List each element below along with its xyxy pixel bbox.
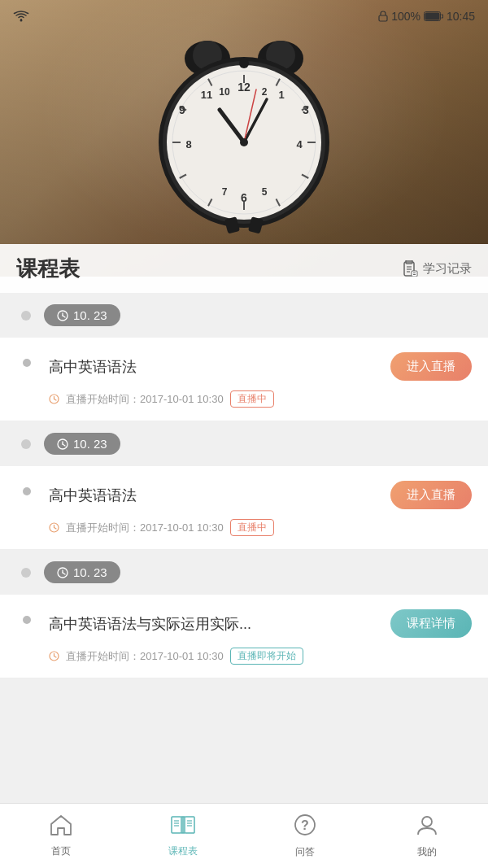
content-area: 10. 23 高中英语语法 进入直播 直播开始时间：2017-10-01 10:… [0, 293, 488, 803]
time-icon-1 [49, 394, 59, 404]
date-badge-1: 10. 23 [44, 304, 120, 326]
svg-rect-70 [185, 817, 194, 833]
svg-point-39 [240, 138, 248, 146]
svg-rect-69 [172, 817, 181, 833]
svg-line-68 [54, 656, 57, 658]
timeline: 10. 23 高中英语语法 进入直播 直播开始时间：2017-10-01 10:… [0, 293, 488, 678]
course-info-1: 直播开始时间：2017-10-01 10:30 直播中 [49, 390, 472, 408]
course-card-1: 高中英语语法 进入直播 直播开始时间：2017-10-01 10:30 直播中 [0, 338, 488, 421]
svg-text:12: 12 [237, 81, 251, 94]
svg-text:9: 9 [179, 103, 185, 116]
svg-text:1: 1 [278, 89, 284, 101]
clock-icon-3 [57, 567, 68, 578]
status-left [13, 11, 29, 22]
course-card-2: 高中英语语法 进入直播 直播开始时间：2017-10-01 10:30 直播中 [0, 466, 488, 550]
svg-text:11: 11 [201, 89, 212, 101]
book-icon [170, 814, 196, 841]
status-bar: 100% 10:45 [0, 0, 488, 33]
svg-line-65 [63, 573, 65, 574]
course-title-2: 高中英语语法 [49, 486, 137, 505]
record-icon [403, 260, 418, 277]
course-time-3: 直播开始时间：2017-10-01 10:30 [66, 649, 224, 664]
course-dot-3 [23, 616, 31, 624]
course-title-row-3: 高中英语语法与实际运用实际... 课程详情 [49, 609, 472, 638]
course-title-row-1: 高中英语语法 进入直播 [49, 352, 472, 381]
wifi-icon [13, 11, 29, 22]
live-status-2: 直播中 [230, 519, 274, 536]
status-right: 100% 10:45 [378, 10, 475, 23]
enter-live-button-2[interactable]: 进入直播 [390, 481, 472, 509]
svg-text:8: 8 [185, 138, 191, 150]
svg-line-53 [63, 316, 65, 317]
svg-text:2: 2 [262, 86, 268, 98]
clock-icon-2 [57, 438, 68, 450]
svg-rect-1 [379, 15, 387, 21]
course-title-3: 高中英语语法与实际运用实际... [49, 614, 251, 634]
course-title-row-2: 高中英语语法 进入直播 [49, 481, 472, 509]
course-time-1: 直播开始时间：2017-10-01 10:30 [66, 392, 224, 407]
time-icon-3 [49, 651, 59, 661]
hero-image: 12 3 6 9 1 4 11 8 10 2 5 7 [0, 0, 488, 277]
lock-icon [378, 11, 388, 22]
course-info-3: 直播开始时间：2017-10-01 10:30 直播即将开始 [49, 648, 472, 665]
svg-text:10: 10 [219, 86, 230, 98]
svg-text:4: 4 [296, 138, 303, 150]
date-badge-2: 10. 23 [44, 433, 120, 455]
course-card-3: 高中英语语法与实际运用实际... 课程详情 直播开始时间：2017-10-01 … [0, 595, 488, 678]
course-time-2: 直播开始时间：2017-10-01 10:30 [66, 521, 224, 535]
nav-course[interactable]: 课程表 [122, 804, 244, 868]
live-status-3: 直播即将开始 [230, 648, 303, 665]
date-text-3: 10. 23 [73, 565, 107, 579]
course-detail-button-3[interactable]: 课程详情 [390, 609, 472, 638]
date-row-2: 10. 23 [0, 421, 488, 466]
nav-course-label: 课程表 [168, 844, 198, 858]
nav-home[interactable]: 首页 [0, 804, 122, 868]
clock-icon-1 [57, 310, 68, 321]
svg-line-56 [54, 399, 57, 401]
nav-home-label: 首页 [51, 844, 71, 858]
svg-point-82 [422, 817, 432, 827]
time-icon-2 [49, 522, 59, 533]
page-title: 课程表 [16, 255, 80, 283]
course-title-1: 高中英语语法 [49, 357, 137, 377]
date-dot-1 [21, 311, 31, 321]
svg-text:5: 5 [262, 186, 268, 198]
study-record-button[interactable]: 学习记录 [403, 260, 472, 277]
person-icon [416, 813, 438, 842]
nav-profile[interactable]: 我的 [366, 804, 488, 868]
svg-line-59 [63, 444, 65, 446]
svg-text:6: 6 [241, 191, 247, 204]
course-info-2: 直播开始时间：2017-10-01 10:30 直播中 [49, 519, 472, 536]
svg-point-42 [239, 59, 249, 68]
date-text-2: 10. 23 [73, 437, 107, 451]
enter-live-button-1[interactable]: 进入直播 [390, 352, 472, 381]
svg-rect-48 [412, 271, 417, 277]
home-icon [50, 814, 72, 841]
svg-line-62 [54, 528, 57, 530]
date-row-1: 10. 23 [0, 293, 488, 338]
nav-qa-label: 问答 [295, 845, 315, 859]
nav-qa[interactable]: ? 问答 [244, 804, 366, 868]
svg-text:3: 3 [303, 103, 309, 116]
svg-text:7: 7 [222, 186, 228, 198]
header-bar: 课程表 学习记录 [0, 244, 488, 293]
date-dot-3 [21, 568, 31, 578]
course-dot-2 [23, 487, 31, 495]
date-text-1: 10. 23 [73, 308, 107, 322]
nav-profile-label: 我的 [417, 845, 437, 859]
svg-point-0 [20, 20, 23, 22]
course-dot-1 [23, 359, 31, 367]
battery-icon [424, 11, 443, 21]
date-dot-2 [21, 439, 31, 449]
question-icon: ? [294, 813, 316, 842]
svg-text:?: ? [301, 818, 309, 832]
clock: 12 3 6 9 1 4 11 8 10 2 5 7 [138, 24, 350, 236]
live-status-1: 直播中 [230, 390, 274, 408]
battery-percent: 100% [391, 10, 420, 23]
date-row-3: 10. 23 [0, 550, 488, 595]
time-display: 10:45 [447, 10, 475, 23]
date-badge-3: 10. 23 [44, 561, 120, 583]
bottom-nav: 首页 课程表 ? 问答 [0, 803, 488, 868]
study-record-label: 学习记录 [423, 261, 472, 277]
svg-rect-3 [425, 13, 439, 20]
